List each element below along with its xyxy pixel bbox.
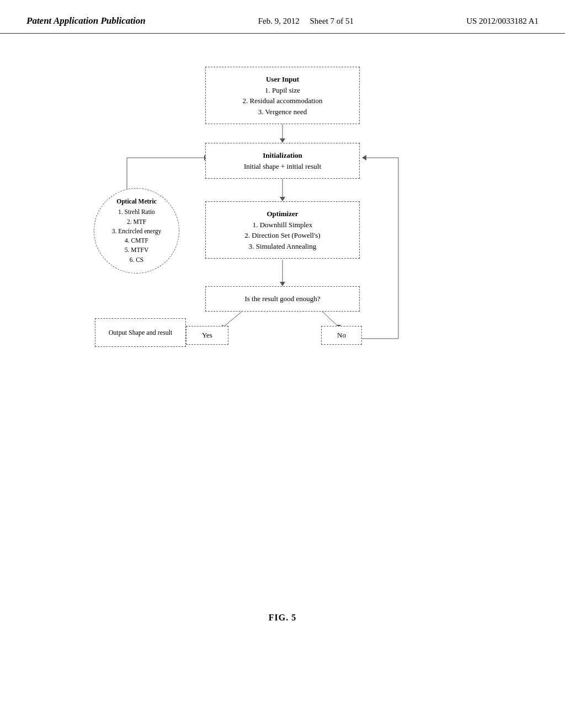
optimizer-box: Optimizer 1. Downhill Simplex 2. Directi… xyxy=(205,201,360,259)
optimizer-item1: 1. Downhill Simplex xyxy=(217,220,348,231)
optical-metric-item2: 2. MTF xyxy=(127,217,146,227)
optical-metric-title: Optical Metric xyxy=(116,197,156,206)
flowchart-diagram: User Input 1. Pupil size 2. Residual acc… xyxy=(89,56,476,585)
optical-metric-item6: 6. CS xyxy=(130,255,144,265)
result-check-box: Is the result good enough? xyxy=(205,286,360,312)
sheet: Sheet 7 of 51 xyxy=(310,17,354,25)
optical-metric-item1: 1. Strehl Ratio xyxy=(118,207,155,217)
figure-caption: FIG. 5 xyxy=(269,613,296,623)
user-input-title: User Input xyxy=(217,74,348,85)
page-header: Patent Application Publication Feb. 9, 2… xyxy=(0,0,565,34)
output-box: Output Shape and result xyxy=(95,318,186,347)
yes-box: Yes xyxy=(186,326,228,345)
user-input-item1: 1. Pupil size xyxy=(217,85,348,96)
date-sheet: Feb. 9, 2012 Sheet 7 of 51 xyxy=(258,15,354,26)
initialization-box: Initialization Initial shape + initial r… xyxy=(205,143,360,179)
initialization-title: Initialization xyxy=(217,150,348,161)
optical-metric-item5: 5. MTFV xyxy=(125,245,148,255)
publication-title: Patent Application Publication xyxy=(26,15,146,26)
optical-metric-item4: 4. CMTF xyxy=(125,236,148,245)
optimizer-title: Optimizer xyxy=(217,208,348,220)
optical-metric-item3: 3. Encircled energy xyxy=(112,227,162,236)
date: Feb. 9, 2012 xyxy=(258,17,300,25)
optimizer-item2: 2. Direction Set (Powell's) xyxy=(217,230,348,241)
initialization-subtitle: Initial shape + initial result xyxy=(217,161,348,172)
no-label: No xyxy=(337,331,346,339)
output-label: Output Shape and result xyxy=(101,328,180,338)
user-input-box: User Input 1. Pupil size 2. Residual acc… xyxy=(205,67,360,124)
user-input-item2: 2. Residual accommodation xyxy=(217,95,348,106)
yes-label: Yes xyxy=(202,331,212,339)
optical-metric-circle: Optical Metric 1. Strehl Ratio 2. MTF 3.… xyxy=(94,188,179,274)
no-box: No xyxy=(321,326,362,345)
result-check-label: Is the result good enough? xyxy=(217,293,348,304)
patent-number: US 2012/0033182 A1 xyxy=(466,15,539,26)
main-content: User Input 1. Pupil size 2. Residual acc… xyxy=(0,34,565,645)
user-input-item3: 3. Vergence need xyxy=(217,106,348,117)
optimizer-item3: 3. Simulated Annealing xyxy=(217,241,348,252)
